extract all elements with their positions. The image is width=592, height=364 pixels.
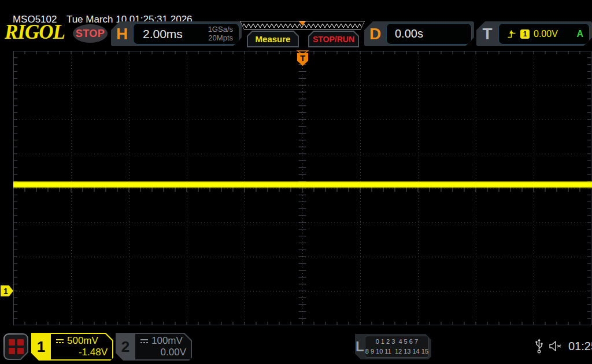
channel-1-scale: 500mV — [67, 335, 98, 347]
channel-2-number: 2 — [116, 333, 135, 361]
delay-value-box: 0.00s — [386, 23, 472, 44]
channel-1-info: 500mV -1.48V — [51, 334, 112, 359]
channel-1-offset: -1.48V — [56, 347, 108, 358]
trigger-label: T — [476, 21, 498, 46]
memory-strip-frame — [240, 21, 365, 29]
logic-row-2: 8 9 10 11 12 13 14 15 — [365, 347, 428, 356]
usb-icon — [535, 339, 543, 354]
dc-coupling-icon — [140, 338, 149, 344]
channel-2-offset: 0.00V — [140, 347, 186, 358]
logic-analyzer-tab[interactable]: L 0 1 2 3 4 5 6 7 8 9 10 11 12 13 14 15 — [355, 334, 431, 359]
run-state-badge: STOP — [73, 24, 108, 43]
logic-label: L — [355, 339, 365, 355]
channel-2-tab[interactable]: 2 100mV 0.00V — [116, 333, 192, 361]
channel-2-info: 100mV 0.00V — [135, 334, 191, 359]
timebase-value-box: 2.00ms 1GSa/s 20Mpts — [133, 23, 239, 44]
waveform-memory-strip[interactable] — [240, 21, 365, 29]
dc-coupling-icon — [56, 338, 64, 344]
speaker-muted-icon — [549, 340, 563, 352]
channel-1-trace — [13, 181, 592, 188]
horizontal-timebase-box[interactable]: H 2.00ms 1GSa/s 20Mpts — [111, 21, 242, 46]
trigger-box[interactable]: T 1 0.00V A — [476, 21, 592, 46]
channel-2-scale: 100mV — [151, 335, 183, 347]
channel-1-number: 1 — [31, 333, 51, 361]
delay-value: 0.00s — [387, 27, 423, 40]
channel-1-tab[interactable]: 1 500mV -1.48V — [31, 333, 113, 361]
grid-menu-icon — [5, 335, 27, 359]
logic-channels: 0 1 2 3 4 5 6 7 8 9 10 11 12 13 14 15 — [365, 336, 429, 358]
trigger-source-badge: 1 — [520, 29, 530, 39]
channel-1-offset-marker[interactable]: 1 — [1, 285, 13, 296]
oscilloscope-screen: MSO5102 Tue March 10 01:25:31 2026 RIGOL… — [0, 0, 592, 364]
delay-label: D — [364, 21, 386, 46]
trigger-value-box: 1 0.00V A — [498, 23, 590, 44]
delay-box[interactable]: D 0.00s — [364, 21, 474, 46]
sample-rate: 1GSa/s — [208, 25, 233, 34]
rigol-logo: RIGOL — [5, 21, 65, 44]
memory-position-marker-icon[interactable] — [299, 21, 306, 25]
rising-edge-icon — [507, 29, 516, 39]
timebase-value: 2.00ms — [134, 27, 183, 41]
measure-button[interactable]: Measure — [247, 31, 299, 47]
acquisition-info: 1GSa/s 20Mpts — [208, 25, 239, 43]
menu-button[interactable] — [3, 333, 28, 360]
clock: 01:25 — [568, 340, 592, 353]
trigger-sweep-mode: A — [576, 29, 589, 39]
memory-depth: 20Mpts — [208, 34, 233, 42]
trigger-level: 0.00V — [534, 29, 558, 39]
logic-row-1: 0 1 2 3 4 5 6 7 — [365, 337, 428, 347]
stop-run-button[interactable]: STOP/RUN — [308, 31, 359, 47]
